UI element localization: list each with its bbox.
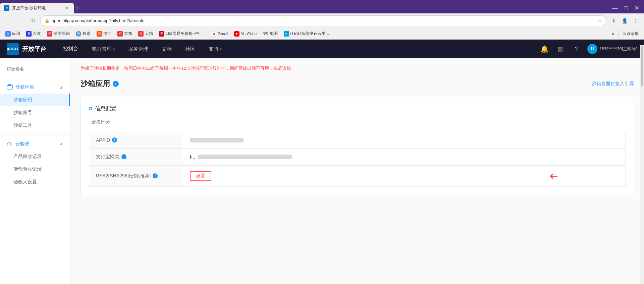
bookmark-baidu[interactable]: 百 百度 [23, 30, 44, 38]
help-icon[interactable]: ? [571, 44, 582, 54]
sidebar-item-sandbox-account[interactable]: 沙箱账号 [0, 106, 70, 119]
bookmark-maps[interactable]: 🗺 地图 [260, 30, 280, 38]
tab-favicon: 支 [4, 5, 9, 11]
bookmark-itest-label: iTEST智能测评云平... [290, 31, 329, 37]
bookmark-jd-label: 京东 [124, 31, 132, 37]
back-button[interactable]: ← [4, 16, 13, 25]
alipay-logo: ALIPAY [7, 43, 19, 55]
scrollbar[interactable] [640, 45, 644, 284]
refresh-button[interactable]: ↻ [28, 16, 38, 25]
tab-controls: — □ ✕ [610, 3, 644, 13]
reading-list-button[interactable]: 阅读清单 [620, 30, 641, 38]
nav-capability[interactable]: 能力管理 ▾ [85, 40, 121, 58]
bookmark-baidu-label: 百度 [33, 31, 41, 37]
new-tab-button[interactable]: + [75, 4, 79, 12]
itest-icon: iT [284, 31, 289, 37]
support-dropdown-icon: ▾ [220, 47, 222, 51]
nav-community[interactable]: 社区 [178, 40, 202, 58]
profile-icon[interactable]: 👤 [620, 16, 629, 25]
active-tab[interactable]: 支 开放平台-沙箱环境 ✕ [0, 3, 74, 13]
info-config-section: 信息配置 必看部分 APPID i 支付宝网关 i [80, 97, 634, 195]
platform-title: 开放平台 [22, 45, 46, 53]
main-content: 为保证沙箱长期稳定，每周日中午12点至每周一中午12点沙箱环境进行维护，期间可能… [70, 58, 644, 284]
bookmark-163[interactable]: 网 163网易免费邮--中... [156, 30, 205, 38]
scroll-thumb[interactable] [641, 46, 643, 86]
bookmark-youtube[interactable]: ▶ YouTube [231, 30, 259, 38]
nav-console[interactable]: 控制台 [56, 40, 85, 58]
cloud-icon [7, 141, 13, 147]
must-see-label: 必看部分 [89, 119, 626, 125]
sound-icon[interactable]: 🔔 [539, 44, 550, 54]
nav-docs[interactable]: 文档 [155, 40, 178, 58]
bookmark-gmail[interactable]: M Gmail [208, 30, 231, 38]
appid-blurred [190, 138, 244, 143]
sidebar-group-sandbox[interactable]: 沙箱环境 ▲ [0, 81, 70, 94]
sidebar-divider-2 [0, 134, 70, 135]
page-header: 沙箱应用 i 沙箱当面付接入引导 [80, 79, 634, 89]
sidebar-item-sandbox-app[interactable]: 沙箱应用 [0, 94, 70, 106]
section-dot-icon [89, 107, 92, 110]
logo-area: ALIPAY 开放平台 [7, 43, 46, 55]
dashboard-icon[interactable]: ▦ [555, 44, 566, 54]
nav-support[interactable]: 支持 ▾ [202, 40, 228, 58]
bookmark-tmall-label: 天猫 [145, 31, 153, 37]
gateway-info-icon[interactable]: i [121, 154, 126, 159]
guide-link[interactable]: 沙箱当面付接入引导 [592, 81, 634, 87]
tab-close-button[interactable]: ✕ [64, 5, 70, 11]
close-window-button[interactable]: ✕ [632, 3, 641, 13]
cloudcheck-chevron-icon: ▲ [59, 141, 63, 146]
main-navbar: ALIPAY 开放平台 控制台 能力管理 ▾ 服务管理 文档 社区 支持 ▾ 🔔… [0, 40, 644, 58]
sidebar-item-sandbox-tool[interactable]: 沙箱工具 [0, 119, 70, 132]
bookmark-jd[interactable]: 京 京东 [115, 30, 135, 38]
menu-icon[interactable]: ⋮ [631, 16, 640, 25]
sidebar-item-activity-check[interactable]: 活动验收记录 [0, 163, 70, 176]
nav-right-actions: 🔔 ▦ ? U 185******30[主账号] [539, 44, 637, 54]
download-icon[interactable]: ⬇ [609, 16, 619, 25]
url-text: open.alipay.com/platform/appDaily.htm?ta… [52, 18, 596, 23]
search-bm-icon: 搜 [76, 31, 81, 37]
bookmark-itest[interactable]: iT iTEST智能测评云平... [281, 30, 332, 38]
user-name: 185******30[主账号] [599, 46, 637, 52]
bookmark-star-icon[interactable]: ☆ [598, 18, 602, 23]
alipay-logo-text: ALIPAY [7, 47, 18, 51]
svg-rect-1 [8, 84, 11, 86]
sidebar-group-cloudcheck[interactable]: 云验收 ▲ [0, 137, 70, 150]
appid-label: APPID i [89, 132, 183, 148]
bookmark-maps-label: 地图 [270, 31, 278, 37]
sidebar-item-product-check[interactable]: 产品验收记录 [0, 150, 70, 163]
rsa-info-icon[interactable]: i [153, 173, 158, 178]
appid-info-icon[interactable]: i [112, 137, 117, 143]
rsa-row: RSA2(SHA256)密钥(推荐) i 设置 ➜ [89, 166, 626, 187]
capability-dropdown-icon: ▾ [113, 47, 115, 51]
sidebar-item-reviewer-settings[interactable]: 验收人设置 [0, 176, 70, 188]
bookmark-taobao-label: 淘宝 [103, 31, 111, 37]
sidebar-divider-1 [0, 78, 70, 78]
section-title: 信息配置 [95, 105, 116, 112]
user-badge[interactable]: U 185******30[主账号] [587, 44, 637, 54]
browser-chrome: 支 开放平台-沙箱环境 ✕ + — □ ✕ ← → ↻ 🔒 open.alipa… [0, 0, 644, 40]
maximize-button[interactable]: □ [621, 3, 631, 13]
bookmark-apps-label: 应用 [12, 31, 20, 37]
bookmark-search[interactable]: 搜 搜索 [73, 30, 93, 38]
page-title-row: 沙箱应用 i [80, 79, 119, 89]
sandbox-chevron-icon: ▲ [59, 85, 63, 90]
gmail-icon: M [211, 31, 216, 37]
address-actions: ⬇ 👤 ⋮ [609, 16, 640, 25]
lock-icon: 🔒 [45, 18, 50, 23]
bookmark-suning-label: 苏宁易购 [54, 31, 70, 37]
forward-button[interactable]: → [16, 16, 25, 25]
sandbox-icon [7, 84, 13, 90]
rsa-set-button[interactable]: 设置 [190, 171, 211, 181]
bookmark-suning[interactable]: 苏 苏宁易购 [44, 30, 72, 38]
more-bookmarks-button[interactable]: » [609, 31, 617, 37]
page-title: 沙箱应用 [80, 79, 110, 89]
bookmark-tmall[interactable]: 天 天猫 [136, 30, 156, 38]
bookmark-taobao[interactable]: 淘 淘宝 [94, 30, 114, 38]
youtube-icon: ▶ [234, 31, 239, 37]
bookmark-163-label: 163网易免费邮--中... [166, 31, 203, 37]
nav-service[interactable]: 服务管理 [121, 40, 155, 58]
bookmark-apps[interactable]: ⊞ 应用 [3, 30, 23, 38]
page-title-info-icon[interactable]: i [113, 81, 119, 87]
url-bar[interactable]: 🔒 open.alipay.com/platform/appDaily.htm?… [40, 15, 606, 26]
minimize-button[interactable]: — [610, 3, 620, 13]
